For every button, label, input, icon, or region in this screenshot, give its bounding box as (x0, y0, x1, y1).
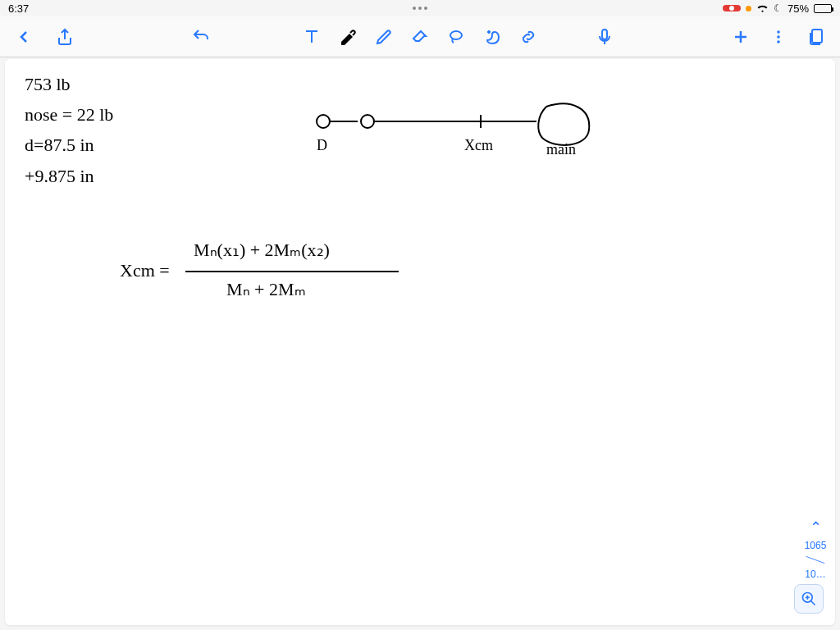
svg-point-3 (777, 35, 780, 39)
add-button[interactable] (730, 26, 751, 48)
diagram-sketch (308, 98, 604, 172)
diagram-label: Xcm (464, 137, 493, 154)
equation-denominator: Mₙ + 2Mₘ (226, 279, 306, 300)
toolbar (0, 16, 840, 57)
note-text: d=87.5 in (25, 135, 94, 156)
marker-tool-button[interactable] (337, 26, 358, 48)
mic-button[interactable] (594, 26, 615, 48)
page-up-button[interactable]: ⌃ (810, 518, 822, 536)
share-button[interactable] (54, 26, 75, 48)
diagram-label: D (317, 137, 327, 154)
link-tool-button[interactable] (518, 26, 539, 48)
status-time: 6:37 (8, 2, 29, 15)
svg-rect-5 (812, 30, 822, 43)
equation-numerator: Mₙ(x₁) + 2Mₘ(x₂) (194, 240, 330, 261)
shapes-tool-button[interactable] (482, 26, 503, 48)
svg-line-13 (811, 601, 815, 605)
note-text: nose = 22 lb (25, 104, 113, 126)
svg-point-4 (777, 40, 780, 43)
page-total: 10… (805, 568, 825, 580)
fraction-bar (185, 269, 399, 274)
pencil-tool-button[interactable] (373, 26, 395, 48)
divider-icon (806, 556, 825, 564)
dnd-moon-icon: ☾ (774, 2, 783, 14)
lasso-tool-button[interactable] (445, 26, 467, 48)
svg-point-8 (361, 115, 374, 128)
svg-rect-1 (602, 30, 607, 39)
note-text: +9.875 in (25, 166, 94, 187)
page-current: 1065 (805, 540, 827, 551)
back-button[interactable] (13, 26, 34, 48)
diagram-label: main (546, 141, 576, 158)
undo-button[interactable] (190, 26, 212, 48)
battery-pct: 75% (788, 2, 809, 15)
svg-point-2 (777, 30, 780, 34)
svg-point-6 (317, 115, 330, 128)
note-text: 753 lb (25, 74, 71, 95)
status-right: ☾ 75% (723, 2, 832, 15)
status-bar: 6:37 ☾ 75% (0, 0, 840, 16)
more-button[interactable] (768, 26, 789, 48)
battery-icon (814, 4, 832, 13)
svg-point-0 (450, 31, 462, 39)
mic-in-use-icon (746, 6, 751, 11)
recording-badge-icon[interactable] (723, 5, 741, 11)
equation-lhs: Xcm = (120, 260, 170, 281)
eraser-tool-button[interactable] (409, 26, 431, 48)
text-tool-button[interactable] (301, 26, 322, 48)
pages-button[interactable] (806, 26, 827, 48)
zoom-in-button[interactable] (794, 584, 824, 614)
multitask-handle-icon[interactable] (413, 5, 427, 11)
note-canvas[interactable]: 753 lb nose = 22 lb d=87.5 in +9.875 in … (5, 59, 835, 625)
wifi-icon (756, 4, 769, 13)
